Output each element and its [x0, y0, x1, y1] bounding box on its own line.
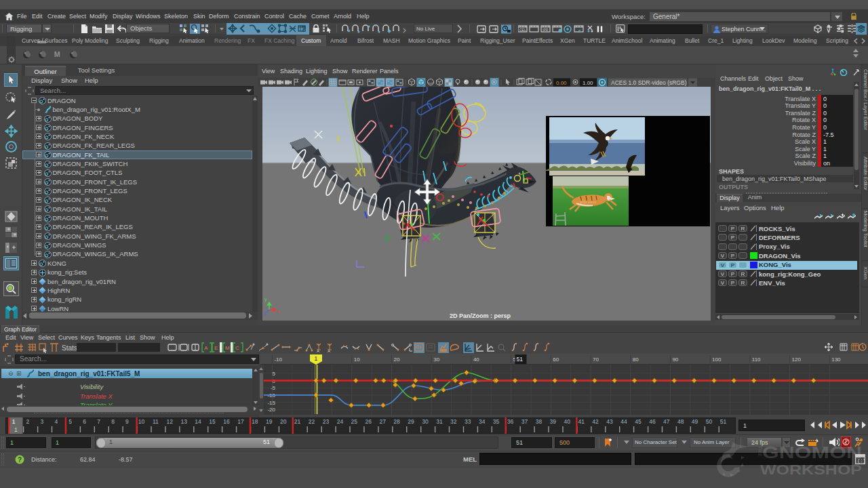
svg-text:A: A: [317, 349, 319, 353]
svg-text:11: 11: [153, 418, 159, 425]
svg-text:41: 41: [578, 418, 585, 425]
svg-text:THE: THE: [757, 446, 762, 457]
svg-text:18: 18: [252, 418, 258, 425]
svg-text:35: 35: [493, 418, 500, 425]
svg-text:45: 45: [635, 418, 642, 425]
svg-text:49: 49: [692, 418, 698, 425]
svg-text:39: 39: [550, 418, 557, 425]
svg-text:wild view: wild view: [579, 200, 597, 204]
svg-text:15: 15: [209, 418, 216, 425]
svg-text:2D Pan/Zoom : persp: 2D Pan/Zoom : persp: [450, 312, 511, 319]
svg-text:1: 1: [12, 418, 16, 425]
svg-text:CEL: CEL: [519, 28, 526, 32]
svg-text:GNOMON: GNOMON: [762, 443, 862, 462]
svg-text:25: 25: [351, 418, 358, 425]
svg-text:31: 31: [436, 418, 443, 425]
svg-text:M: M: [54, 50, 60, 58]
svg-text:-5: -5: [271, 385, 276, 391]
svg-text:1: 1: [315, 355, 318, 362]
svg-text:23: 23: [323, 418, 330, 425]
svg-text:6: 6: [83, 418, 86, 425]
svg-text:IPR: IPR: [542, 28, 549, 32]
svg-text:1: 1: [14, 426, 18, 433]
svg-text:ACES 1.0 SDR-video (sRGB): ACES 1.0 SDR-video (sRGB): [611, 79, 687, 86]
svg-text:24: 24: [337, 418, 344, 425]
svg-text:42: 42: [592, 418, 599, 425]
svg-text:28: 28: [393, 418, 400, 425]
svg-text:17: 17: [237, 418, 244, 425]
svg-text:22: 22: [309, 418, 315, 425]
svg-text:y: y: [264, 297, 267, 302]
svg-text:20: 20: [280, 418, 287, 425]
svg-text:90: 90: [672, 357, 678, 363]
svg-text:?: ?: [18, 456, 22, 464]
svg-text:40: 40: [473, 357, 479, 363]
svg-text:3: 3: [41, 418, 44, 425]
svg-text:130: 130: [831, 357, 841, 363]
svg-text:21: 21: [294, 418, 301, 425]
svg-text:44: 44: [620, 418, 627, 425]
svg-text:16: 16: [223, 418, 230, 425]
svg-text:20: 20: [394, 357, 400, 363]
svg-text:WORKSHOP: WORKSHOP: [760, 462, 862, 477]
svg-text:50: 50: [706, 418, 713, 425]
svg-text:34: 34: [479, 418, 486, 425]
svg-text:26: 26: [365, 418, 372, 425]
svg-text:E: E: [214, 345, 218, 351]
svg-text:10: 10: [138, 418, 145, 425]
svg-text:-15: -15: [267, 400, 275, 406]
svg-text:A: A: [328, 349, 330, 353]
svg-text:?: ?: [301, 24, 306, 33]
svg-text:30: 30: [433, 357, 439, 363]
svg-text:38: 38: [536, 418, 542, 425]
svg-text:5: 5: [273, 371, 276, 377]
svg-text:51: 51: [720, 418, 727, 425]
svg-text:13: 13: [180, 418, 187, 425]
svg-text:27: 27: [379, 418, 386, 425]
svg-text:7: 7: [97, 418, 100, 425]
svg-text:40: 40: [564, 418, 571, 425]
svg-text:110: 110: [752, 357, 761, 363]
svg-text:10: 10: [354, 357, 360, 363]
svg-text:33: 33: [465, 418, 471, 425]
svg-text:32: 32: [450, 418, 457, 425]
svg-text:M: M: [225, 345, 230, 351]
svg-text:12: 12: [166, 418, 173, 425]
svg-text:9: 9: [125, 418, 129, 425]
svg-text:120: 120: [792, 357, 802, 363]
svg-text:51: 51: [517, 356, 524, 363]
svg-text:14: 14: [195, 418, 201, 425]
svg-text:2: 2: [26, 418, 30, 425]
svg-text:100: 100: [712, 357, 722, 363]
svg-text:19: 19: [266, 418, 273, 425]
svg-text:8: 8: [111, 418, 115, 425]
svg-text:x: x: [277, 309, 280, 314]
svg-text:29: 29: [408, 418, 414, 425]
svg-text:60: 60: [553, 357, 559, 363]
svg-text:A: A: [204, 345, 208, 351]
svg-text:5: 5: [68, 418, 72, 425]
svg-text:80: 80: [633, 357, 639, 363]
svg-text:0.00: 0.00: [556, 80, 567, 86]
svg-text:1.00: 1.00: [583, 80, 593, 86]
svg-text:z: z: [263, 312, 266, 317]
svg-text:70: 70: [593, 357, 599, 363]
svg-text:4: 4: [54, 418, 58, 425]
svg-text:47: 47: [663, 418, 670, 425]
svg-text:37: 37: [521, 418, 528, 425]
svg-text:C: C: [235, 345, 239, 351]
svg-text:48: 48: [677, 418, 684, 425]
svg-text:30: 30: [422, 418, 429, 425]
svg-text:-10: -10: [274, 357, 282, 363]
svg-text:43: 43: [606, 418, 613, 425]
svg-text:36: 36: [507, 418, 514, 425]
svg-text:-20: -20: [267, 407, 275, 413]
svg-text:Stats: Stats: [62, 344, 77, 352]
svg-text:46: 46: [649, 418, 656, 425]
